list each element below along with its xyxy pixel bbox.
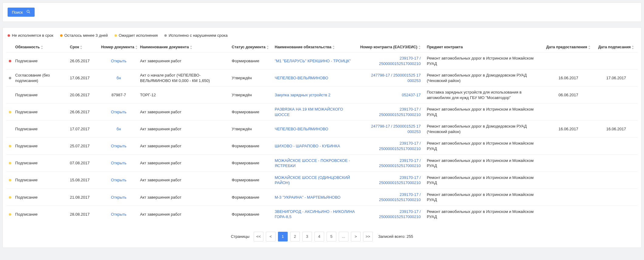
status-dot-icon bbox=[9, 162, 11, 164]
status-dot-icon bbox=[9, 213, 11, 216]
page-number-button[interactable]: 1 bbox=[278, 232, 288, 241]
doc-number-cell[interactable]: бн bbox=[99, 70, 138, 87]
col-header-deadline[interactable]: Срок bbox=[68, 42, 99, 53]
legend-item-pending: Ожидает исполнения bbox=[115, 33, 158, 38]
contract-number-cell[interactable]: 239170-17 / 2500000152517000210 bbox=[357, 104, 425, 121]
obligation-name-cell-link[interactable]: ЗВЕНИГОРОД - АКСИНЬИНО - НИКОЛИНА ГОРА-8… bbox=[275, 209, 355, 219]
obligation-name-cell-link[interactable]: "М1 "БЕЛАРУСЬ" КРЕКШИНО - ТРОИЦК" bbox=[275, 59, 351, 63]
doc-number-cell-link[interactable]: Открыть bbox=[111, 110, 126, 114]
contract-number-cell-link[interactable]: 239170-17 / 2500000152517000210 bbox=[379, 158, 421, 168]
contract-number-cell-link[interactable]: 239170-17 / 2500000152517000210 bbox=[379, 209, 421, 219]
contract-number-cell[interactable]: 052437-17 bbox=[357, 87, 425, 104]
contract-number-cell-link[interactable]: 239170-17 / 2500000152517000210 bbox=[379, 56, 421, 66]
doc-name-cell: Акт о начале работ (ЧЕПЕЛЕВО-ВЕЛЬЯМИНОВО… bbox=[138, 70, 230, 87]
table-row: Подписание20.06.201787987-7ТОРГ-12Утверж… bbox=[6, 87, 638, 104]
obligation-name-cell[interactable]: ЧЕПЕЛЕВО-ВЕЛЬЯМИНОВО bbox=[273, 70, 357, 87]
contract-number-cell-link[interactable]: 239170-17 / 2500000152517000210 bbox=[379, 192, 421, 202]
obligation-name-cell-link[interactable]: ЧЕПЕЛЕВО-ВЕЛЬЯМИНОВО bbox=[275, 127, 328, 131]
contract-number-cell[interactable]: 247798-17 / 2500001525 17 000253 bbox=[357, 70, 425, 87]
obligation-name-cell[interactable]: РАЗВЯЗКА НА 19 КМ МОЖАЙСКОГО ШОССЕ bbox=[273, 104, 357, 121]
doc-name-cell: Акт завершения работ bbox=[138, 189, 230, 206]
page-next-button[interactable]: > bbox=[351, 232, 361, 241]
obligation-name-cell[interactable]: Закупка зарядных устройств 2 bbox=[273, 87, 357, 104]
doc-number-cell[interactable]: Открыть bbox=[99, 138, 138, 155]
col-header-obligation-name[interactable]: Наименование обязательства bbox=[273, 42, 357, 53]
obligation-cell: Подписание bbox=[13, 138, 68, 155]
search-button[interactable]: Поиск bbox=[8, 8, 35, 17]
obligation-name-cell-link[interactable]: МОЖАЙСКОЕ ШОССЕ - ПОКРОВСКОЕ - ЯСТРЕБКИ bbox=[275, 158, 350, 168]
obligation-name-cell[interactable]: МОЖАЙСКОЕ ШОССЕ - ПОКРОВСКОЕ - ЯСТРЕБКИ bbox=[273, 155, 357, 172]
contract-number-cell-link[interactable]: 239170-17 / 2500000152517000210 bbox=[379, 141, 421, 151]
col-header-doc-name[interactable]: Наименование документа bbox=[138, 42, 230, 53]
deadline-cell: 26.05.2017 bbox=[68, 53, 99, 70]
doc-name-cell: Акт завершения работ bbox=[138, 206, 230, 223]
page-first-button[interactable]: << bbox=[254, 232, 263, 241]
obligation-name-cell[interactable]: "М1 "БЕЛАРУСЬ" КРЕКШИНО - ТРОИЦК" bbox=[273, 53, 357, 70]
obligation-name-cell-link[interactable]: МОЖАЙСКОЕ ШОССЕ (ОДИНЦОВСКИЙ РАЙОН) bbox=[275, 175, 350, 185]
contract-number-cell-link[interactable]: 247798-17 / 2500001525 17 000253 bbox=[371, 124, 421, 134]
doc-number-cell-link[interactable]: Открыть bbox=[111, 161, 126, 165]
obligation-cell: Подписание bbox=[13, 206, 68, 223]
contract-number-cell[interactable]: 239170-17 / 2500000152517000210 bbox=[357, 53, 425, 70]
obligation-name-cell-link[interactable]: М-3 "УКРАИНА" - МАРТЕМЬЯНОВО bbox=[275, 195, 341, 200]
col-header-doc-status[interactable]: Статус документа bbox=[230, 42, 273, 53]
doc-number-cell[interactable]: Открыть bbox=[99, 155, 138, 172]
doc-number-cell[interactable]: Открыть bbox=[99, 104, 138, 121]
contract-number-cell[interactable]: 247798-17 / 2500001525 17 000253 bbox=[357, 121, 425, 138]
col-header-contract-number[interactable]: Номер контракта (ЕАСУЗ/ЕИС) bbox=[357, 42, 425, 53]
obligation-name-cell[interactable]: М-3 "УКРАИНА" - МАРТЕМЬЯНОВО bbox=[273, 189, 357, 206]
obligation-name-cell[interactable]: МОЖАЙСКОЕ ШОССЕ (ОДИНЦОВСКИЙ РАЙОН) bbox=[273, 172, 357, 189]
col-header-sign-date[interactable]: Дата подписания bbox=[595, 42, 638, 53]
page-number-button[interactable]: 5 bbox=[327, 232, 336, 241]
status-dot-icon bbox=[9, 179, 11, 181]
status-cell bbox=[6, 104, 13, 121]
contract-number-cell[interactable]: 239170-17 / 2500000152517000210 bbox=[357, 172, 425, 189]
contract-number-cell-link[interactable]: 239170-17 / 2500000152517000210 bbox=[379, 175, 421, 185]
doc-number-cell[interactable]: Открыть bbox=[99, 172, 138, 189]
legend-item-soon: Осталось менее 3 дней bbox=[60, 33, 108, 38]
contract-subject-cell: Ремонт автомобильных дорог в Истринском … bbox=[425, 104, 542, 121]
legend-label: Осталось менее 3 дней bbox=[64, 33, 108, 38]
contract-number-cell[interactable]: 239170-17 / 2500000152517000210 bbox=[357, 206, 425, 223]
contract-number-cell-link[interactable]: 052437-17 bbox=[402, 93, 421, 97]
doc-status-cell: Формирование bbox=[230, 206, 273, 223]
doc-number-cell[interactable]: Открыть bbox=[99, 53, 138, 70]
col-header-obligation[interactable]: Обязанность bbox=[13, 42, 68, 53]
doc-number-cell-link[interactable]: Открыть bbox=[111, 212, 126, 217]
doc-number-cell-link[interactable]: бн bbox=[117, 127, 121, 131]
doc-number-cell[interactable]: бн bbox=[99, 121, 138, 138]
doc-number-cell-link[interactable]: Открыть bbox=[111, 195, 126, 200]
contract-number-cell-link[interactable]: 239170-17 / 2500000152517000210 bbox=[379, 107, 421, 117]
obligation-name-cell-link[interactable]: ЧЕПЕЛЕВО-ВЕЛЬЯМИНОВО bbox=[275, 76, 328, 80]
contract-number-cell[interactable]: 239170-17 / 2500000152517000210 bbox=[357, 138, 425, 155]
contract-number-cell[interactable]: 239170-17 / 2500000152517000210 bbox=[357, 155, 425, 172]
obligation-name-cell-link[interactable]: Закупка зарядных устройств 2 bbox=[275, 93, 331, 97]
doc-number-cell-link[interactable]: Открыть bbox=[111, 144, 126, 148]
obligation-name-cell[interactable]: ЧЕПЕЛЕВО-ВЕЛЬЯМИНОВО bbox=[273, 121, 357, 138]
doc-number-cell[interactable]: Открыть bbox=[99, 206, 138, 223]
main-panel: Не исполняется в срок Осталось менее 3 д… bbox=[2, 27, 642, 248]
table-row: Согласование (без подписания)17.06.2017б… bbox=[6, 70, 638, 87]
doc-number-cell-link[interactable]: Открыть bbox=[111, 59, 126, 63]
sign-date-cell bbox=[595, 104, 638, 121]
obligation-name-cell-link[interactable]: РАЗВЯЗКА НА 19 КМ МОЖАЙСКОГО ШОССЕ bbox=[275, 107, 343, 117]
col-header-doc-number[interactable]: Номер документа bbox=[99, 42, 138, 53]
doc-number-cell-link[interactable]: Открыть bbox=[111, 178, 126, 182]
page-number-button[interactable]: 2 bbox=[290, 232, 300, 241]
obligation-name-cell-link[interactable]: ШИХОВО - ШАРАПОВО - КУБИНКА bbox=[275, 144, 340, 148]
status-dot-icon bbox=[9, 111, 11, 113]
page-last-button[interactable]: >> bbox=[363, 232, 373, 241]
page-number-button[interactable]: 4 bbox=[314, 232, 324, 241]
page-prev-button[interactable]: < bbox=[266, 232, 276, 241]
page-number-button[interactable]: 3 bbox=[302, 232, 312, 241]
contract-number-cell[interactable]: 239170-17 / 2500000152517000210 bbox=[357, 189, 425, 206]
contract-number-cell-link[interactable]: 247798-17 / 2500001525 17 000253 bbox=[371, 73, 421, 83]
legend-item-overdue: Не исполняется в срок bbox=[8, 33, 53, 38]
doc-number-cell[interactable]: Открыть bbox=[99, 189, 138, 206]
obligation-name-cell[interactable]: ЗВЕНИГОРОД - АКСИНЬИНО - НИКОЛИНА ГОРА-8… bbox=[273, 206, 357, 223]
doc-number-cell-link[interactable]: бн bbox=[117, 76, 121, 80]
col-header-provision-date[interactable]: Дата предоставления bbox=[542, 42, 594, 53]
page-number-button[interactable]: ... bbox=[339, 232, 348, 241]
status-cell bbox=[6, 53, 13, 70]
obligation-name-cell[interactable]: ШИХОВО - ШАРАПОВО - КУБИНКА bbox=[273, 138, 357, 155]
